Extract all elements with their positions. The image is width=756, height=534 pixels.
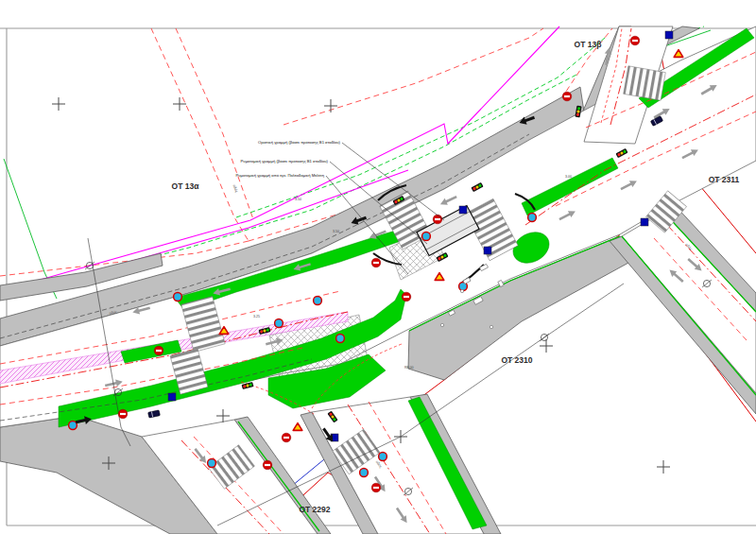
block-label-ot2292: ΟΤ 2292	[299, 505, 330, 514]
block-label-ot13a: ΟΤ 13α	[172, 181, 200, 191]
block-label-ot2310: ΟΤ 2310	[501, 355, 532, 365]
no-entry-sign-icon	[263, 460, 272, 470]
mandatory-sign-icon	[275, 319, 284, 328]
info-sign-icon	[484, 247, 491, 254]
annotation-alignment-line-approved: Ρυμοτομική γραμμή από εγκ. Πολεοδομική Μ…	[236, 173, 325, 178]
dimension-label: R8.00	[404, 366, 414, 370]
mandatory-sign-icon	[69, 422, 77, 430]
no-entry-sign-icon	[118, 409, 128, 419]
mandatory-sign-icon	[336, 335, 345, 343]
dimension-label: 3.50	[295, 198, 301, 201]
dimension-label: 3.00	[565, 175, 572, 179]
no-entry-sign-icon	[433, 215, 442, 224]
mandatory-sign-icon	[174, 293, 182, 301]
mandatory-sign-icon	[208, 459, 216, 468]
plan-drawing: ΟΤ 13α ΟΤ 13β ΟΤ 2311 ΟΤ 2310 ΟΤ 2292 Ορ…	[0, 0, 756, 534]
no-entry-sign-icon	[371, 258, 381, 267]
no-entry-sign-icon	[630, 36, 640, 45]
annotation-definitive-line: Οριστική γραμμή (βάσει πρότασης Β1 σταδί…	[258, 140, 341, 145]
dimension-label: 3.50	[333, 230, 339, 233]
no-entry-sign-icon	[282, 433, 291, 442]
block-label-ot13b: ΟΤ 13β	[575, 40, 602, 49]
mandatory-sign-icon	[314, 297, 322, 305]
annotation-alignment-line-b1: Ρυμοτομική γραμμή (βάσει πρότασης Β1 στα…	[241, 159, 329, 164]
info-sign-icon	[459, 206, 467, 214]
info-sign-icon	[168, 393, 176, 401]
no-entry-sign-icon	[154, 346, 163, 355]
info-sign-icon	[665, 31, 673, 39]
mandatory-sign-icon	[360, 469, 369, 477]
block-label-ot2311: ΟΤ 2311	[709, 175, 740, 184]
no-entry-sign-icon	[402, 292, 411, 301]
info-sign-icon	[641, 218, 648, 226]
dimension-label: 3.25	[253, 315, 260, 319]
traffic-plan-sheet: ΟΤ 13α ΟΤ 13β ΟΤ 2311 ΟΤ 2310 ΟΤ 2292 Ορ…	[0, 0, 756, 534]
no-entry-sign-icon	[562, 92, 572, 101]
mandatory-sign-icon	[422, 233, 431, 241]
mandatory-sign-icon	[528, 214, 537, 222]
no-entry-sign-icon	[371, 483, 381, 492]
